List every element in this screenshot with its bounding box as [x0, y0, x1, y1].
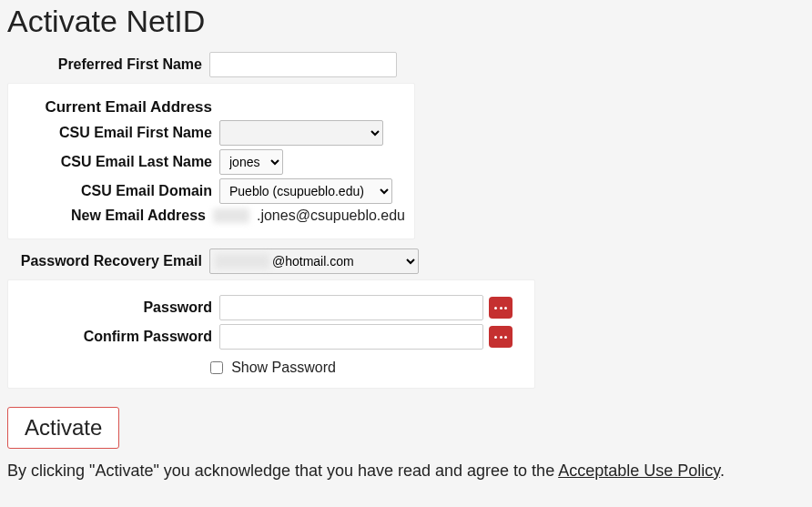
row-new-email: New Email Address .jones@csupueblo.edu	[17, 208, 405, 224]
row-preferred-first-name: Preferred First Name	[7, 52, 805, 77]
label-new-email: New Email Address	[17, 208, 213, 224]
show-password-checkbox[interactable]	[210, 361, 223, 374]
email-panel: Current Email Address CSU Email First Na…	[7, 83, 415, 239]
row-csu-last: CSU Email Last Name jones	[17, 149, 405, 175]
activate-button[interactable]: Activate	[7, 407, 119, 449]
csu-domain-select[interactable]: Pueblo (csupueblo.edu)	[219, 178, 392, 204]
show-password-label: Show Password	[231, 360, 336, 376]
label-csu-last: CSU Email Last Name	[17, 154, 219, 170]
password-input[interactable]	[219, 295, 483, 320]
new-email-suffix: .jones@csupueblo.edu	[257, 208, 405, 224]
password-strength-icon	[489, 297, 513, 319]
label-password: Password	[17, 299, 219, 316]
label-preferred-first-name: Preferred First Name	[7, 56, 209, 73]
label-confirm-password: Confirm Password	[17, 329, 219, 345]
label-csu-first: CSU Email First Name	[17, 125, 219, 141]
csu-last-name-select[interactable]: jones	[219, 149, 283, 175]
row-current-email-header: Current Email Address	[17, 98, 405, 117]
preferred-first-name-input[interactable]	[209, 52, 397, 77]
csu-first-name-select[interactable]	[219, 120, 383, 146]
row-confirm-password: Confirm Password	[17, 324, 525, 350]
ack-prefix: By clicking "Activate" you acknowledge t…	[7, 461, 558, 480]
redacted-text	[215, 254, 269, 269]
redacted-text	[213, 208, 249, 223]
row-recovery-email: Password Recovery Email @hotmail.com	[7, 248, 805, 274]
label-recovery-email: Password Recovery Email	[7, 253, 209, 269]
acceptable-use-policy-link[interactable]: Acceptable Use Policy	[558, 461, 720, 480]
acknowledgement-text: By clicking "Activate" you acknowledge t…	[7, 461, 805, 481]
page-title: Activate NetID	[7, 4, 805, 39]
ack-suffix: .	[720, 461, 725, 480]
password-panel: Password Confirm Password Show Password	[7, 279, 535, 389]
row-password: Password	[17, 295, 525, 320]
confirm-password-input[interactable]	[219, 324, 483, 350]
new-email-value: .jones@csupueblo.edu	[213, 208, 405, 224]
label-current-email-header: Current Email Address	[17, 98, 219, 117]
label-csu-domain: CSU Email Domain	[17, 183, 219, 199]
row-csu-first: CSU Email First Name	[17, 120, 405, 146]
password-strength-icon	[489, 326, 513, 348]
row-csu-domain: CSU Email Domain Pueblo (csupueblo.edu)	[17, 178, 405, 204]
show-password-toggle[interactable]: Show Password	[17, 359, 525, 377]
